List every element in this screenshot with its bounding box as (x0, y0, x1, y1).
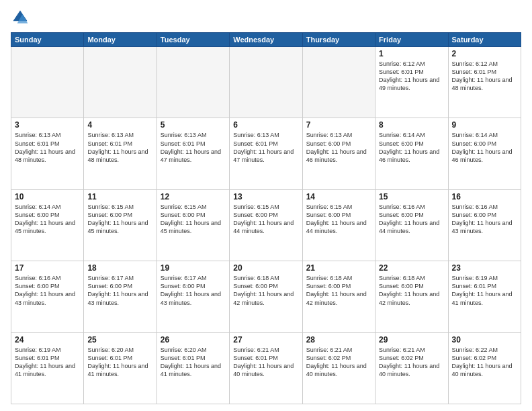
cell-info: Sunrise: 6:14 AM Sunset: 6:00 PM Dayligh… (379, 131, 444, 164)
cell-info: Sunrise: 6:13 AM Sunset: 6:01 PM Dayligh… (161, 131, 226, 164)
logo-icon (11, 8, 30, 27)
cell-info: Sunrise: 6:16 AM Sunset: 6:00 PM Dayligh… (452, 203, 517, 236)
calendar-cell: 23Sunrise: 6:19 AM Sunset: 6:01 PM Dayli… (448, 261, 521, 332)
day-number: 27 (233, 335, 298, 345)
day-number: 26 (161, 335, 226, 345)
calendar-cell: 20Sunrise: 6:18 AM Sunset: 6:00 PM Dayli… (230, 261, 302, 332)
calendar-cell: 13Sunrise: 6:15 AM Sunset: 6:00 PM Dayli… (230, 189, 302, 261)
week-row-0: 1Sunrise: 6:12 AM Sunset: 6:01 PM Daylig… (11, 47, 521, 118)
day-number: 18 (87, 263, 152, 273)
cell-info: Sunrise: 6:17 AM Sunset: 6:00 PM Dayligh… (87, 274, 152, 307)
day-number: 25 (87, 335, 152, 345)
calendar-cell: 3Sunrise: 6:13 AM Sunset: 6:01 PM Daylig… (11, 118, 84, 189)
calendar-cell: 18Sunrise: 6:17 AM Sunset: 6:00 PM Dayli… (84, 261, 157, 332)
day-number: 3 (15, 120, 80, 130)
calendar-cell: 4Sunrise: 6:13 AM Sunset: 6:01 PM Daylig… (84, 118, 157, 189)
calendar-cell: 15Sunrise: 6:16 AM Sunset: 6:00 PM Dayli… (375, 189, 448, 261)
calendar-cell: 25Sunrise: 6:20 AM Sunset: 6:01 PM Dayli… (84, 332, 157, 404)
day-number: 20 (233, 263, 298, 273)
header (11, 8, 521, 27)
calendar-cell: 29Sunrise: 6:21 AM Sunset: 6:02 PM Dayli… (375, 332, 448, 404)
cell-info: Sunrise: 6:12 AM Sunset: 6:01 PM Dayligh… (379, 60, 444, 93)
day-number: 29 (379, 335, 444, 345)
calendar-cell: 9Sunrise: 6:14 AM Sunset: 6:00 PM Daylig… (448, 118, 521, 189)
calendar-cell: 28Sunrise: 6:21 AM Sunset: 6:02 PM Dayli… (302, 332, 375, 404)
calendar-cell: 2Sunrise: 6:12 AM Sunset: 6:01 PM Daylig… (448, 47, 521, 118)
calendar-cell: 5Sunrise: 6:13 AM Sunset: 6:01 PM Daylig… (157, 118, 229, 189)
day-number: 4 (87, 120, 152, 130)
cell-info: Sunrise: 6:13 AM Sunset: 6:00 PM Dayligh… (306, 131, 371, 164)
cell-info: Sunrise: 6:15 AM Sunset: 6:00 PM Dayligh… (306, 203, 371, 236)
day-number: 8 (379, 120, 444, 130)
cell-info: Sunrise: 6:17 AM Sunset: 6:00 PM Dayligh… (161, 274, 226, 307)
cell-info: Sunrise: 6:21 AM Sunset: 6:02 PM Dayligh… (306, 346, 371, 379)
day-number: 15 (379, 192, 444, 201)
cell-info: Sunrise: 6:19 AM Sunset: 6:01 PM Dayligh… (452, 274, 517, 307)
cell-info: Sunrise: 6:18 AM Sunset: 6:00 PM Dayligh… (233, 274, 298, 307)
weekday-thursday: Thursday (302, 33, 375, 47)
calendar-cell: 26Sunrise: 6:20 AM Sunset: 6:01 PM Dayli… (157, 332, 229, 404)
day-number: 9 (452, 120, 517, 130)
cell-info: Sunrise: 6:15 AM Sunset: 6:00 PM Dayligh… (161, 203, 226, 236)
calendar-cell (157, 47, 229, 118)
cell-info: Sunrise: 6:14 AM Sunset: 6:00 PM Dayligh… (452, 131, 517, 164)
calendar-cell: 1Sunrise: 6:12 AM Sunset: 6:01 PM Daylig… (375, 47, 448, 118)
calendar-cell: 14Sunrise: 6:15 AM Sunset: 6:00 PM Dayli… (302, 189, 375, 261)
calendar-cell: 19Sunrise: 6:17 AM Sunset: 6:00 PM Dayli… (157, 261, 229, 332)
cell-info: Sunrise: 6:15 AM Sunset: 6:00 PM Dayligh… (233, 203, 298, 236)
calendar-cell (84, 47, 157, 118)
cell-info: Sunrise: 6:12 AM Sunset: 6:01 PM Dayligh… (452, 60, 517, 93)
cell-info: Sunrise: 6:13 AM Sunset: 6:01 PM Dayligh… (15, 131, 80, 164)
calendar-cell: 24Sunrise: 6:19 AM Sunset: 6:01 PM Dayli… (11, 332, 84, 404)
day-number: 16 (452, 192, 517, 201)
day-number: 17 (15, 263, 80, 273)
cell-info: Sunrise: 6:22 AM Sunset: 6:02 PM Dayligh… (452, 346, 517, 379)
weekday-monday: Monday (84, 33, 157, 47)
day-number: 24 (15, 335, 80, 345)
calendar-cell (230, 47, 302, 118)
weekday-wednesday: Wednesday (230, 33, 302, 47)
cell-info: Sunrise: 6:16 AM Sunset: 6:00 PM Dayligh… (379, 203, 444, 236)
calendar-cell (11, 47, 84, 118)
calendar-cell: 21Sunrise: 6:18 AM Sunset: 6:00 PM Dayli… (302, 261, 375, 332)
cell-info: Sunrise: 6:21 AM Sunset: 6:01 PM Dayligh… (233, 346, 298, 379)
cell-info: Sunrise: 6:14 AM Sunset: 6:00 PM Dayligh… (15, 203, 80, 236)
cell-info: Sunrise: 6:18 AM Sunset: 6:00 PM Dayligh… (379, 274, 444, 307)
day-number: 14 (306, 192, 371, 201)
calendar-cell: 27Sunrise: 6:21 AM Sunset: 6:01 PM Dayli… (230, 332, 302, 404)
day-number: 12 (161, 192, 226, 201)
cell-info: Sunrise: 6:19 AM Sunset: 6:01 PM Dayligh… (15, 346, 80, 379)
weekday-sunday: Sunday (11, 33, 84, 47)
day-number: 10 (15, 192, 80, 201)
day-number: 28 (306, 335, 371, 345)
calendar-cell: 10Sunrise: 6:14 AM Sunset: 6:00 PM Dayli… (11, 189, 84, 261)
cell-info: Sunrise: 6:15 AM Sunset: 6:00 PM Dayligh… (87, 203, 152, 236)
cell-info: Sunrise: 6:16 AM Sunset: 6:00 PM Dayligh… (15, 274, 80, 307)
week-row-2: 10Sunrise: 6:14 AM Sunset: 6:00 PM Dayli… (11, 189, 521, 261)
day-number: 5 (161, 120, 226, 130)
logo (11, 8, 32, 27)
day-number: 22 (379, 263, 444, 273)
calendar-cell: 6Sunrise: 6:13 AM Sunset: 6:01 PM Daylig… (230, 118, 302, 189)
calendar-cell (302, 47, 375, 118)
day-number: 2 (452, 49, 517, 58)
calendar-cell: 7Sunrise: 6:13 AM Sunset: 6:00 PM Daylig… (302, 118, 375, 189)
day-number: 6 (233, 120, 298, 130)
weekday-header-row: SundayMondayTuesdayWednesdayThursdayFrid… (11, 33, 521, 47)
cell-info: Sunrise: 6:20 AM Sunset: 6:01 PM Dayligh… (87, 346, 152, 379)
cell-info: Sunrise: 6:13 AM Sunset: 6:01 PM Dayligh… (87, 131, 152, 164)
day-number: 21 (306, 263, 371, 273)
week-row-3: 17Sunrise: 6:16 AM Sunset: 6:00 PM Dayli… (11, 261, 521, 332)
calendar-cell: 12Sunrise: 6:15 AM Sunset: 6:00 PM Dayli… (157, 189, 229, 261)
calendar-cell: 16Sunrise: 6:16 AM Sunset: 6:00 PM Dayli… (448, 189, 521, 261)
week-row-1: 3Sunrise: 6:13 AM Sunset: 6:01 PM Daylig… (11, 118, 521, 189)
day-number: 11 (87, 192, 152, 201)
weekday-saturday: Saturday (448, 33, 521, 47)
day-number: 30 (452, 335, 517, 345)
page: SundayMondayTuesdayWednesdayThursdayFrid… (0, 0, 532, 411)
calendar-cell: 11Sunrise: 6:15 AM Sunset: 6:00 PM Dayli… (84, 189, 157, 261)
day-number: 1 (379, 49, 444, 58)
weekday-friday: Friday (375, 33, 448, 47)
day-number: 7 (306, 120, 371, 130)
calendar-cell: 17Sunrise: 6:16 AM Sunset: 6:00 PM Dayli… (11, 261, 84, 332)
